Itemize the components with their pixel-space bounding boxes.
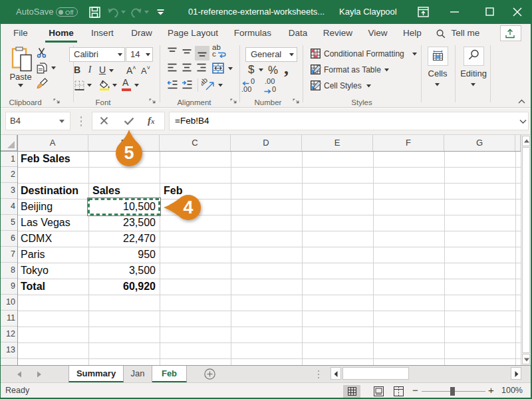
svg-text:4: 4: [183, 198, 193, 217]
svg-text:5: 5: [124, 143, 134, 163]
svg-text:ab: ab: [201, 78, 209, 87]
